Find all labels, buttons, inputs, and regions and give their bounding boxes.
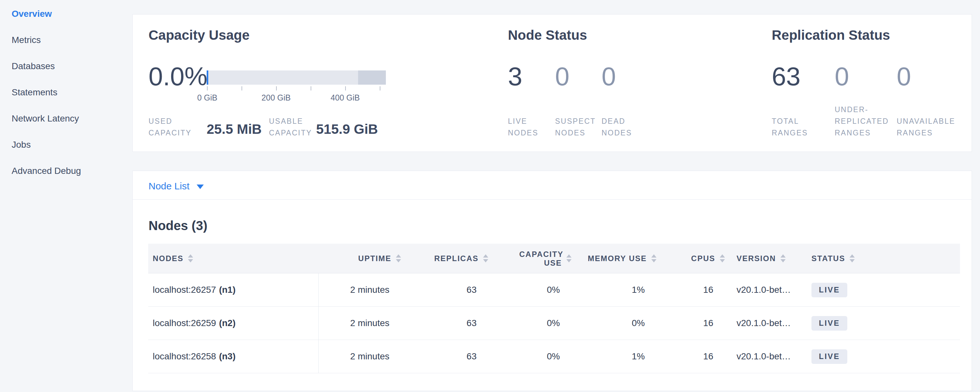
cluster-summary-card: Capacity Usage 0.0% 0 GiB 200 GiB 400 Gi… — [132, 14, 972, 152]
axis-tick — [276, 86, 277, 91]
under-replicated-ranges-label: UNDER-REPLICATED RANGES — [835, 104, 896, 139]
capacity-use-cell: 0% — [493, 340, 576, 373]
node-id: (n2) — [219, 318, 235, 328]
status-badge: LIVE — [811, 316, 847, 331]
total-ranges-label: TOTAL RANGES — [772, 115, 815, 139]
table-row-node-3[interactable]: localhost:26258 (n3) 2 minutes 63 0% 1% … — [148, 340, 960, 373]
memory-use-cell: 1% — [576, 340, 661, 373]
memory-use-cell: 1% — [576, 273, 661, 306]
axis-tick — [242, 86, 242, 91]
uptime-cell: 2 minutes — [318, 307, 406, 339]
uptime-cell: 2 minutes — [318, 340, 406, 373]
column-header-version[interactable]: VERSION — [729, 244, 807, 273]
table-row-node-1[interactable]: localhost:26257 (n1) 2 minutes 63 0% 1% … — [148, 273, 960, 307]
column-divider — [318, 273, 319, 373]
column-header-replicas[interactable]: REPLICAS — [406, 244, 493, 273]
sidebar-item-advanced-debug[interactable]: Advanced Debug — [0, 158, 132, 184]
table-row-node-2[interactable]: localhost:26259 (n2) 2 minutes 63 0% 0% … — [148, 307, 960, 340]
column-header-status[interactable]: STATUS — [807, 244, 960, 273]
sort-icon[interactable] — [396, 254, 401, 262]
status-cell: LIVE — [807, 273, 960, 306]
sidebar-item-jobs[interactable]: Jobs — [0, 132, 132, 158]
column-header-memory-use[interactable]: MEMORY USE — [576, 244, 661, 273]
cpus-cell: 16 — [661, 340, 729, 373]
sort-icon[interactable] — [850, 254, 855, 262]
sidebar-item-databases[interactable]: Databases — [0, 53, 132, 79]
node-status-title: Node Status — [508, 27, 587, 43]
sidebar: Overview Metrics Databases Statements Ne… — [0, 0, 132, 392]
nodes-table: NODES UPTIME REPLICAS CAPACITY USE MEMOR… — [148, 244, 960, 373]
cpus-cell: 16 — [661, 307, 729, 339]
unavailable-ranges-value: 0 — [897, 62, 911, 91]
replicas-cell: 63 — [406, 307, 493, 339]
axis-tick — [380, 86, 380, 91]
nodes-heading: Nodes (3) — [148, 218, 207, 233]
capacity-bar-chart — [207, 70, 386, 84]
status-badge: LIVE — [811, 283, 847, 297]
card-divider — [133, 199, 972, 200]
status-cell: LIVE — [807, 307, 960, 339]
nodes-table-body: localhost:26257 (n1) 2 minutes 63 0% 1% … — [148, 273, 960, 373]
column-header-uptime[interactable]: UPTIME — [318, 244, 406, 273]
node-list-selector[interactable]: Node List — [148, 180, 204, 192]
node-address-cell: localhost:26258 (n3) — [148, 340, 318, 373]
node-id: (n1) — [219, 285, 235, 295]
sidebar-item-overview[interactable]: Overview — [0, 1, 132, 27]
chevron-down-icon — [197, 185, 204, 189]
sort-icon[interactable] — [780, 254, 786, 262]
status-badge: LIVE — [811, 349, 847, 364]
sort-icon[interactable] — [188, 254, 193, 262]
node-address-cell: localhost:26257 (n1) — [148, 273, 318, 306]
used-capacity-value: 25.5 MiB — [207, 121, 261, 137]
under-replicated-ranges-value: 0 — [835, 62, 849, 91]
dead-nodes-value: 0 — [601, 62, 616, 91]
capacity-use-cell: 0% — [493, 307, 576, 339]
usable-capacity-value: 515.9 GiB — [316, 121, 378, 137]
axis-tick-label: 0 GiB — [188, 93, 227, 102]
used-capacity-label: USED CAPACITY — [148, 115, 197, 139]
axis-tick — [311, 86, 311, 91]
axis-tick — [207, 86, 208, 91]
unavailable-ranges-label: UNAVAILABLE RANGES — [897, 115, 966, 139]
replicas-cell: 63 — [406, 340, 493, 373]
capacity-use-cell: 0% — [493, 273, 576, 306]
total-ranges-value: 63 — [772, 62, 800, 91]
node-address-cell: localhost:26259 (n2) — [148, 307, 318, 339]
column-header-capacity-use[interactable]: CAPACITY USE — [493, 244, 576, 273]
dead-nodes-label: DEAD NODES — [601, 115, 640, 139]
sidebar-item-metrics[interactable]: Metrics — [0, 27, 132, 53]
sidebar-item-network-latency[interactable]: Network Latency — [0, 105, 132, 132]
node-list-selector-label: Node List — [148, 181, 189, 192]
capacity-bar-reserved-segment — [358, 70, 386, 84]
axis-tick-label: 400 GiB — [326, 93, 364, 102]
node-list-card: Node List Nodes (3) NODES UPTIME REPLICA… — [132, 171, 972, 391]
uptime-cell: 2 minutes — [318, 273, 406, 306]
version-cell: v20.1.0-bet… — [729, 273, 807, 306]
cpus-cell: 16 — [661, 273, 729, 306]
nodes-table-header: NODES UPTIME REPLICAS CAPACITY USE MEMOR… — [148, 244, 960, 273]
memory-use-cell: 0% — [576, 307, 661, 339]
column-header-nodes[interactable]: NODES — [148, 244, 318, 273]
sort-icon[interactable] — [720, 254, 725, 262]
replicas-cell: 63 — [406, 273, 493, 306]
axis-tick — [345, 86, 346, 91]
capacity-bar-used-marker — [207, 70, 208, 84]
sidebar-item-statements[interactable]: Statements — [0, 79, 132, 105]
column-header-cpus[interactable]: CPUS — [661, 244, 729, 273]
node-id: (n3) — [219, 351, 235, 362]
live-nodes-value: 3 — [508, 62, 522, 91]
version-cell: v20.1.0-bet… — [729, 307, 807, 339]
replication-status-title: Replication Status — [772, 27, 890, 43]
sort-icon[interactable] — [651, 254, 657, 262]
version-cell: v20.1.0-bet… — [729, 340, 807, 373]
status-cell: LIVE — [807, 340, 960, 373]
suspect-nodes-value: 0 — [555, 62, 570, 91]
sort-icon[interactable] — [566, 254, 571, 262]
live-nodes-label: LIVE NODES — [508, 115, 547, 139]
suspect-nodes-label: SUSPECT NODES — [555, 115, 600, 139]
sort-icon[interactable] — [483, 254, 488, 262]
capacity-used-percent: 0.0% — [148, 62, 207, 91]
usable-capacity-label: USABLE CAPACITY — [269, 115, 317, 139]
capacity-bar-axis: 0 GiB 200 GiB 400 GiB — [207, 86, 386, 109]
capacity-usage-title: Capacity Usage — [148, 27, 250, 43]
